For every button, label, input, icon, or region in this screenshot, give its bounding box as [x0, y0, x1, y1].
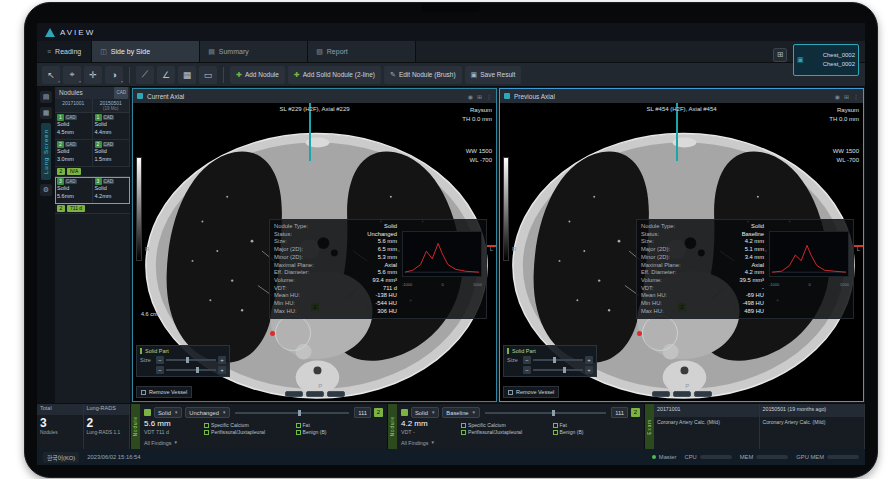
exam-finding-previous[interactable]: Coronary Artery Calc. (Mild)	[760, 417, 866, 449]
save-result-button[interactable]: ▣ Save Result	[465, 66, 522, 84]
eraser-tool-button[interactable]: ▭	[199, 66, 217, 84]
checkbox-perifissural[interactable]: Perifissural/Juxtapleural	[461, 429, 549, 435]
layout-tool-button[interactable]: ▦	[178, 66, 196, 84]
size-increase-button[interactable]: +	[218, 366, 226, 374]
windowing-tool-button[interactable]: ◑▾	[105, 66, 123, 84]
size-increase-button[interactable]: +	[585, 356, 593, 364]
snapshot-icon[interactable]: ◉	[835, 93, 840, 100]
mini-button[interactable]	[306, 391, 324, 397]
exam-section-tab[interactable]: Exam	[645, 404, 654, 449]
mini-button[interactable]	[694, 391, 712, 397]
nodule-status-select[interactable]: Baseline▼	[442, 407, 480, 418]
size-decrease-button[interactable]: −	[156, 366, 164, 374]
snapshot-icon[interactable]: ◉	[468, 93, 473, 100]
size-slider[interactable]	[533, 369, 583, 371]
exam-finding-current[interactable]: Coronary Artery Calc. (Mild)	[654, 417, 760, 449]
pan-tool-button[interactable]: ✛	[84, 66, 102, 84]
more-icon[interactable]: ⋮	[486, 93, 492, 100]
checkbox-icon	[461, 423, 466, 428]
nodule-row-3-selected[interactable]: 3CAD Solid 5.6mm 3CAD Solid 4.2mm	[55, 177, 130, 204]
checkbox-benign[interactable]: Benign (B)	[553, 429, 641, 435]
grayscale-bar[interactable]	[136, 157, 142, 261]
exam-date-previous[interactable]: 20150501 (19 months ago)	[760, 404, 866, 417]
mini-button[interactable]	[652, 391, 670, 397]
cpu-meter: CPU	[685, 454, 732, 460]
checkbox-fat[interactable]: Fat	[296, 422, 384, 428]
series-selector[interactable]: ▣ Chest_0002 Chest_0002	[793, 44, 859, 76]
nodule-info-rows: Nodule Type:SolidStatus:UnchangedSize:5.…	[274, 223, 397, 315]
nodule-status-select[interactable]: Unchanged▼	[185, 407, 230, 418]
size-slider[interactable]	[533, 359, 583, 361]
angle-tool-button[interactable]: ∠	[157, 66, 175, 84]
lungrads-category-badge: 2	[374, 408, 383, 417]
nodule-circle[interactable]	[275, 315, 311, 351]
tab-side-by-side[interactable]: ◫ Side by Side	[92, 41, 200, 62]
locale-indicator[interactable]: 한국어(KO)	[43, 452, 79, 463]
nodule-marker	[270, 331, 275, 336]
size-slider[interactable]	[166, 369, 216, 371]
column-current[interactable]: 20171001	[55, 99, 93, 112]
nodule-row-2[interactable]: 2CAD Solid 3.0mm 2CAD Solid 1.5mm	[55, 140, 130, 167]
mini-button[interactable]	[327, 391, 345, 397]
add-nodule-button[interactable]: ✚ Add Nodule	[230, 66, 285, 84]
add-solid-nodule-button[interactable]: ✚ Add Solid Nodule (2-line)	[288, 66, 381, 84]
more-icon[interactable]: ⋮	[853, 93, 859, 100]
reading-menu-button[interactable]: ≡ Reading	[37, 41, 92, 62]
mini-button[interactable]	[285, 391, 303, 397]
expand-icon[interactable]: ⊞	[477, 93, 482, 100]
findings-filter[interactable]: All Findings▼	[401, 438, 640, 447]
tab-report[interactable]: ▧ Report	[308, 41, 416, 62]
nodule-row-1[interactable]: 1CAD Solid 4.5mm 1CAD Solid 4.4mm	[55, 113, 130, 140]
ruler-tool-button[interactable]: ⟋	[136, 66, 154, 84]
nodule-type-select[interactable]: Solid▼	[154, 407, 182, 418]
checkbox-benign[interactable]: Benign (B)	[296, 429, 384, 435]
slice-slider[interactable]	[485, 412, 606, 414]
nodule-type-select[interactable]: Solid▼	[411, 407, 439, 418]
checkbox-specific-calcium[interactable]: Specific Calcium	[461, 422, 549, 428]
nodule-circle[interactable]	[642, 315, 678, 351]
tab-summary[interactable]: ▤ Summary	[200, 41, 308, 62]
lung-screen-tab[interactable]: Lung Screen	[41, 123, 51, 180]
findings-filter[interactable]: All Findings▼	[144, 438, 383, 447]
series-list-icon[interactable]: ▦	[40, 107, 52, 119]
size-decrease-button[interactable]: −	[156, 356, 164, 364]
nodule-color-swatch	[401, 409, 408, 416]
info-row: Volume:39.5 mm³	[641, 277, 764, 285]
settings-icon[interactable]: ⚙	[40, 184, 52, 196]
size-decrease-button[interactable]: −	[523, 356, 531, 364]
cad-toggle[interactable]: CAD	[114, 87, 128, 99]
size-increase-button[interactable]: +	[218, 356, 226, 364]
layout-grid-button[interactable]: ⊞	[773, 48, 787, 62]
viewport-current-axial[interactable]: Current Axial ◉ ⊞ ⋮	[132, 88, 497, 402]
viewport-previous-axial[interactable]: Previous Axial ◉ ⊞ ⋮	[499, 88, 864, 402]
exam-date-current[interactable]: 20171001	[654, 404, 760, 417]
slice-number-box[interactable]: 111	[611, 407, 628, 418]
slice-number-box[interactable]: 111	[354, 407, 371, 418]
pointer-tool-button[interactable]: ↖▾	[42, 66, 60, 84]
checkbox-fat[interactable]: Fat	[553, 422, 641, 428]
ct-canvas[interactable]: SL #454 (H2F), Axial #454 Raysum TH 0.0 …	[500, 103, 863, 401]
size-decrease-button[interactable]: −	[523, 366, 531, 374]
size-increase-button[interactable]: +	[585, 366, 593, 374]
orientation-left: L	[857, 246, 860, 252]
grayscale-bar[interactable]	[503, 157, 509, 261]
nodule-section-tab[interactable]: Nodule	[131, 404, 140, 449]
ct-canvas[interactable]: SL #229 (H2F), Axial #229 Raysum TH 0.0 …	[133, 103, 496, 401]
slice-slider[interactable]	[235, 412, 349, 414]
remove-vessel-toggle[interactable]: Remove Vessel	[503, 386, 559, 398]
expand-icon[interactable]: ⊞	[844, 93, 849, 100]
size-slider[interactable]	[166, 359, 216, 361]
checkbox-specific-calcium[interactable]: Specific Calcium	[204, 422, 292, 428]
slice-label: SL #229 (H2F), Axial #229	[279, 106, 349, 112]
magnify-tool-button[interactable]: ⌖▾	[63, 66, 81, 84]
column-previous[interactable]: 20150501 (19 Mo)	[93, 99, 131, 112]
remove-vessel-toggle[interactable]: Remove Vessel	[136, 386, 192, 398]
edit-nodule-button[interactable]: ✎ Edit Nodule (Brush)	[384, 66, 462, 84]
mini-button[interactable]	[673, 391, 691, 397]
info-row: Size:5.6 mm	[274, 238, 397, 246]
reading-label: Reading	[55, 48, 81, 55]
mem-meter: MEM	[740, 454, 789, 460]
patient-list-icon[interactable]: ▤	[40, 91, 52, 103]
nodule-section-tab[interactable]: Nodule	[388, 404, 397, 449]
checkbox-perifissural[interactable]: Perifissural/Juxtapleural	[204, 429, 292, 435]
